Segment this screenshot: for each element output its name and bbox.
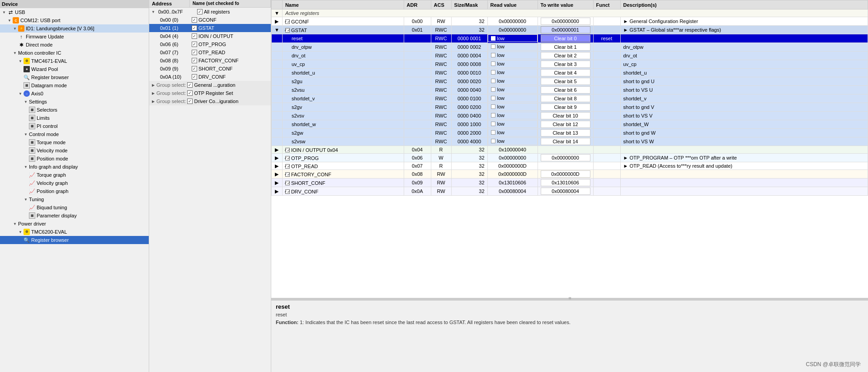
otp-checkbox[interactable]: [187, 90, 193, 96]
drvconf-name-td: ✓ DRV_CONF: [282, 187, 404, 196]
sidebar-item-info-graph[interactable]: ▼ Info graph and display: [0, 163, 149, 171]
ioin-table-cb[interactable]: ✓: [285, 148, 290, 152]
sidebar-item-usb[interactable]: ▼ ⇄ USB: [0, 8, 149, 16]
general-checkbox[interactable]: [187, 82, 193, 88]
drvconf-funct: [593, 187, 620, 196]
sidebar-item-settings[interactable]: ▼ Settings: [0, 98, 149, 106]
shortconf-checkbox[interactable]: [192, 66, 197, 71]
drvot-write[interactable]: [541, 52, 590, 59]
group-row-general[interactable]: ▶ Group select: General ...guration: [149, 81, 271, 89]
ioin-expand-td[interactable]: ▶: [272, 146, 283, 154]
sidebar-item-limits[interactable]: ▦ Limits: [0, 114, 149, 122]
otpprog-checkbox[interactable]: [192, 42, 197, 47]
factoryconf-checkbox[interactable]: [192, 58, 197, 63]
sidebar-item-param-display[interactable]: ▦ Parameter display: [0, 212, 149, 220]
shortdetu-write[interactable]: [541, 69, 590, 76]
sidebar-item-torque-graph[interactable]: 📈 Torque graph: [0, 171, 149, 179]
reset-write-input[interactable]: [541, 35, 590, 42]
s2vsu-write[interactable]: [541, 86, 590, 94]
otp-expand: ▶: [151, 91, 156, 95]
sidebar-item-pi-control[interactable]: ▦ PI control: [0, 122, 149, 130]
driver-checkbox[interactable]: [187, 99, 193, 104]
uvcp-write[interactable]: [541, 61, 590, 68]
s2vsv-write[interactable]: [541, 112, 590, 119]
factoryconf-write[interactable]: [541, 170, 590, 178]
factoryconf-table-cb[interactable]: ✓: [285, 172, 290, 177]
s2gv-write[interactable]: [541, 104, 590, 111]
shortdetv-acs: RWC: [431, 94, 451, 103]
gstat-write-input[interactable]: [541, 26, 590, 33]
gstat-expand-td[interactable]: ▼: [272, 26, 283, 34]
addr-row-factoryconf[interactable]: 0x08 (8) FACTORY_CONF: [149, 57, 271, 65]
factoryconf-expand-td[interactable]: ▶: [272, 170, 283, 179]
axis0-icon: ○: [24, 90, 30, 97]
gconf-expand-td[interactable]: ▶: [272, 17, 283, 26]
sidebar-item-torque-mode[interactable]: ▦ Torque mode: [0, 138, 149, 146]
drvconf-checkbox[interactable]: [192, 74, 197, 80]
gstat-table-cb[interactable]: ✓: [285, 28, 290, 33]
drvconf-write[interactable]: [541, 188, 590, 195]
gconf-checkbox[interactable]: [192, 17, 197, 23]
sidebar-item-com12[interactable]: ▼ C COM12: USB port: [0, 16, 149, 24]
velocity-graph-icon: 📈: [29, 180, 35, 186]
otpread-expand-td[interactable]: ▶: [272, 162, 283, 170]
sidebar-item-tuning[interactable]: ▼ Tuning: [0, 195, 149, 203]
sidebar-item-control-mode[interactable]: ▼ Control mode: [0, 130, 149, 138]
sidebar-item-selectors[interactable]: ▦ Selectors: [0, 106, 149, 114]
uvcp-size: 0000 0008: [451, 60, 487, 69]
addr-row-otpread[interactable]: 0x07 (7) OTP_READ: [149, 48, 271, 57]
sidebar-item-id1[interactable]: ▼ ⚡ ID1: Landungsbruecke [V 3.06]: [0, 24, 149, 33]
sidebar-item-power-driver[interactable]: ▼ Power driver: [0, 220, 149, 228]
otpread-table-cb[interactable]: ✓: [285, 164, 290, 169]
drvconf-expand-td[interactable]: ▶: [272, 187, 283, 196]
s2vsw-write[interactable]: [541, 138, 590, 145]
shortconf-expand-td[interactable]: ▶: [272, 179, 283, 187]
gconf-table-cb[interactable]: ✓: [285, 19, 290, 24]
addr-row-gconf[interactable]: 0x00 (0) GCONF: [149, 16, 271, 24]
otpread-checkbox[interactable]: [192, 50, 197, 55]
sidebar-item-firmware[interactable]: ↑ Firmware Update: [0, 33, 149, 41]
all-checkbox[interactable]: [197, 9, 203, 14]
group-row-otp[interactable]: ▶ Group select: OTP Register Set: [149, 89, 271, 97]
addr-row-gstat[interactable]: 0x01 (1) GSTAT: [149, 24, 271, 32]
addr-row-otpprog[interactable]: 0x06 (6) OTP_PROG: [149, 40, 271, 48]
sidebar-item-direct[interactable]: ✱ Direct mode: [0, 41, 149, 49]
otpprog-table-cb[interactable]: ✓: [285, 156, 290, 160]
sidebar-item-axis0[interactable]: ▼ ○ Axis0: [0, 89, 149, 98]
sidebar-item-motion[interactable]: ▼ Motion controller IC: [0, 49, 149, 57]
ioin-checkbox[interactable]: [192, 33, 197, 39]
sidebar-item-regbrowser[interactable]: 🔍 Register browser: [0, 73, 149, 81]
sidebar-item-velocity-mode[interactable]: ▦ Velocity mode: [0, 146, 149, 155]
addr-row-ioin[interactable]: 0x04 (4) IOIN / OUTPUT: [149, 32, 271, 40]
group-row-driver[interactable]: ▶ Group select: Driver Co...iguration: [149, 97, 271, 105]
drvconf-table-cb[interactable]: ✓: [285, 189, 290, 194]
s2gw-write[interactable]: [541, 129, 590, 137]
drvotpw-write[interactable]: [541, 43, 590, 51]
s2gu-write[interactable]: [541, 78, 590, 85]
addr-row-drvconf[interactable]: 0x0A (10) DRV_CONF: [149, 73, 271, 81]
gconf-write-input[interactable]: [541, 18, 590, 25]
addr-row-all[interactable]: ▼ 0x00..0x7F All registers: [149, 8, 271, 16]
shortconf-table-cb[interactable]: ✓: [285, 181, 290, 185]
sidebar-item-biquad[interactable]: 📈 Biquad tuning: [0, 203, 149, 212]
shortdetw-write[interactable]: [541, 121, 590, 128]
velocity-graph-label: Velocity graph: [37, 180, 68, 186]
sidebar-item-wizard[interactable]: ✦ Wizard Pool: [0, 65, 149, 73]
sidebar-item-tmc4671[interactable]: ▼ ⚙ TMC4671-EVAL: [0, 57, 149, 65]
addr-row-shortconf[interactable]: 0x09 (9) SHORT_CONF: [149, 65, 271, 73]
sidebar-item-reg-browser2[interactable]: 🔍 Register browser: [0, 236, 149, 244]
sidebar-item-datagram[interactable]: ▦ Datagram mode: [0, 81, 149, 89]
sidebar-item-velocity-graph[interactable]: 📈 Velocity graph: [0, 179, 149, 187]
drvot-read: low: [488, 52, 538, 59]
sidebar-item-position-graph[interactable]: 📈 Position graph: [0, 187, 149, 195]
drvot-write-td: [538, 52, 593, 60]
otpprog-expand-td[interactable]: ▶: [272, 154, 283, 162]
shortdetv-write[interactable]: [541, 95, 590, 102]
s2vsu-read: low: [488, 86, 538, 94]
gstat-checkbox[interactable]: [192, 25, 197, 31]
sidebar-item-position-mode[interactable]: ▦ Position mode: [0, 155, 149, 163]
otpprog-write[interactable]: [541, 154, 590, 161]
sidebar-item-tmc6200[interactable]: ▼ ⚙ TMC6200-EVAL: [0, 228, 149, 236]
gconf-desc: ► General Configuration Register: [620, 17, 868, 26]
shortconf-write[interactable]: [541, 179, 590, 186]
